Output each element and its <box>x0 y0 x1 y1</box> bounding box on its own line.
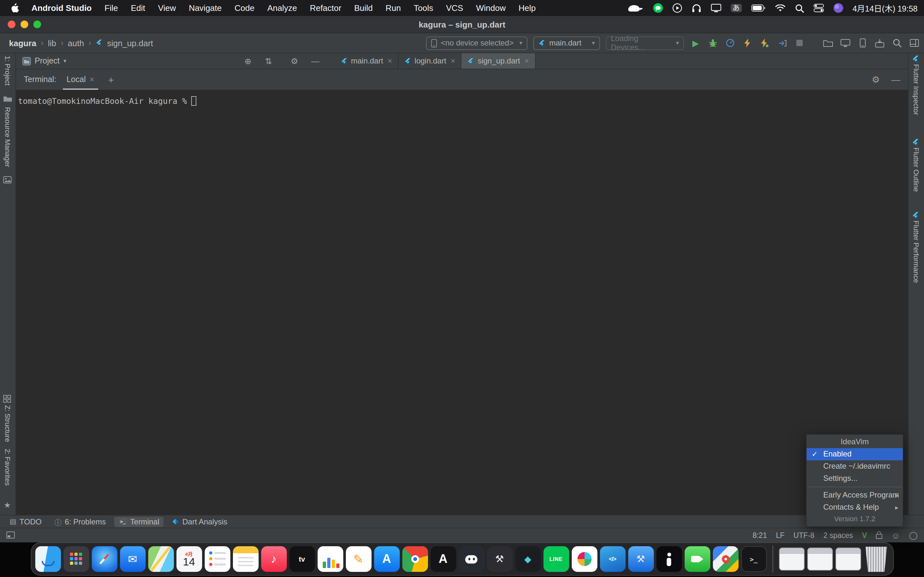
menu-build[interactable]: Build <box>348 3 379 13</box>
star-icon[interactable]: ★ <box>4 501 11 510</box>
display-icon[interactable] <box>711 4 721 12</box>
run-config-dropdown[interactable]: main.dart ▾ <box>533 36 600 50</box>
headphones-icon[interactable] <box>691 4 701 12</box>
menubar-clock[interactable]: 4月14日(木) 19:58 <box>853 2 918 14</box>
menu-item-settings[interactable]: Settings... <box>806 472 903 485</box>
dock-icon-reminders[interactable] <box>204 546 230 572</box>
menu-help[interactable]: Help <box>512 3 542 13</box>
sidebar-item-favorites[interactable]: 2: Favorites <box>4 449 11 486</box>
terminal-output[interactable]: tomato@TomokinoMacBook-Air kagura % <box>16 90 908 515</box>
line-status-icon[interactable] <box>653 3 662 13</box>
dock-icon-xcode[interactable]: ⚒ <box>628 546 654 572</box>
dock-icon-dark-a-app[interactable]: A <box>430 546 456 572</box>
line-separator[interactable]: LF <box>776 532 784 539</box>
user-avatar-icon[interactable] <box>833 3 843 13</box>
folder-icon[interactable] <box>3 95 12 103</box>
tab-main-dart[interactable]: main.dart × <box>335 53 399 69</box>
tab-terminal[interactable]: >_ Terminal <box>114 516 164 527</box>
apply-changes-button[interactable] <box>742 37 753 49</box>
dock-icon-line[interactable]: LINE <box>543 546 569 572</box>
sidebar-item-flutter-outline[interactable]: Flutter Outline <box>913 147 920 192</box>
sidebar-item-resource-manager[interactable]: Resource Manager <box>4 107 11 167</box>
dock-icon-pages[interactable]: ✎ <box>346 546 371 572</box>
structure-icon[interactable] <box>3 395 11 403</box>
layout-inspector-icon[interactable] <box>839 37 851 49</box>
play-circle-icon[interactable] <box>672 3 682 13</box>
sidebar-item-flutter-performance[interactable]: Flutter Performance <box>913 221 920 283</box>
menu-app-name[interactable]: Android Studio <box>25 3 98 13</box>
menu-item-early-access-program[interactable]: Early Access Program ▸ <box>806 489 903 501</box>
tab-problems[interactable]: ⓘ 6: Problems <box>50 516 110 527</box>
dock-icon-dev-tool[interactable]: ⚒ <box>487 546 512 572</box>
feedback-smiley-icon[interactable]: ☺ <box>892 530 900 540</box>
dock-icon-black-app[interactable] <box>656 546 682 572</box>
menu-window[interactable]: Window <box>470 3 512 13</box>
dock-icon-finder[interactable] <box>35 546 61 572</box>
notifications-icon[interactable]: ◯ <box>909 531 918 540</box>
sidebar-item-project[interactable]: 1: Project <box>4 56 11 85</box>
sort-filter-icon[interactable]: ⇅ <box>265 53 272 69</box>
input-source-icon[interactable]: あ <box>730 4 741 12</box>
search-everywhere-icon[interactable] <box>891 37 903 49</box>
dock-icon-window-1[interactable] <box>779 548 804 571</box>
hide-panel-icon[interactable]: — <box>311 53 320 69</box>
dock-icon-google-maps[interactable] <box>712 546 738 572</box>
dock-icon-terminal[interactable]: >_ <box>741 546 766 572</box>
breadcrumb-file[interactable]: sign_up.dart <box>107 38 153 48</box>
project-structure-icon[interactable] <box>822 37 834 49</box>
terminal-tab-local[interactable]: Local × <box>61 69 99 90</box>
sidebar-item-flutter-inspector[interactable]: Flutter Inspector <box>913 64 920 115</box>
indent-setting[interactable]: 2 spaces <box>823 532 853 539</box>
dock-icon-facetime[interactable] <box>684 546 710 572</box>
dock-icon-numbers[interactable] <box>317 546 343 572</box>
close-window-button[interactable] <box>8 21 15 28</box>
battery-icon[interactable] <box>751 5 765 11</box>
apple-menu-icon[interactable] <box>5 3 25 13</box>
dock-icon-slack[interactable] <box>572 546 597 572</box>
control-center-icon[interactable] <box>813 4 824 12</box>
breadcrumb-root[interactable]: kagura <box>9 38 36 48</box>
gear-icon[interactable]: ⚙ <box>872 74 880 85</box>
locate-file-icon[interactable]: ⊕ <box>244 53 252 69</box>
attach-debugger-button[interactable] <box>776 37 788 49</box>
menu-analyze[interactable]: Analyze <box>261 3 304 13</box>
dock-icon-launchpad[interactable] <box>63 546 89 572</box>
close-icon[interactable]: × <box>388 56 392 65</box>
dock-icon-maps[interactable] <box>148 546 174 572</box>
dock-icon-window-3[interactable] <box>835 548 861 571</box>
close-icon[interactable]: × <box>89 75 94 84</box>
menu-item-contacts-help[interactable]: Contacts & Help ▸ <box>806 501 903 514</box>
ideavim-widget[interactable]: V <box>862 531 867 540</box>
new-terminal-button[interactable]: + <box>108 74 114 85</box>
dock-icon-discord[interactable] <box>459 546 484 572</box>
menu-vcs[interactable]: VCS <box>439 3 469 13</box>
gear-icon[interactable]: ⚙ <box>291 53 298 69</box>
sdk-manager-icon[interactable] <box>874 37 885 49</box>
dock-icon-chrome[interactable] <box>402 546 428 572</box>
run-button[interactable]: ▶ <box>690 37 701 49</box>
dock-icon-window-2[interactable] <box>807 548 833 571</box>
lock-icon[interactable] <box>876 530 883 540</box>
dock-icon-app-store[interactable]: A <box>374 546 399 572</box>
menu-tools[interactable]: Tools <box>407 3 440 13</box>
spotlight-icon[interactable] <box>795 3 804 13</box>
dock-icon-safari[interactable] <box>91 546 117 572</box>
menu-view[interactable]: View <box>152 3 182 13</box>
hide-terminal-icon[interactable]: — <box>891 74 900 85</box>
image-icon[interactable] <box>3 176 11 183</box>
tab-todo[interactable]: ▤ TODO <box>5 516 46 527</box>
device-selector-dropdown[interactable]: <no device selected> ▾ <box>426 36 527 50</box>
breadcrumb-auth[interactable]: auth <box>68 38 84 48</box>
dock-icon-tv[interactable]: tv <box>289 546 315 572</box>
tool-window-switcher-icon[interactable] <box>6 531 15 540</box>
apply-code-changes-button[interactable] <box>759 37 771 49</box>
tab-dart-analysis[interactable]: Dart Analysis <box>168 516 232 527</box>
tab-login-dart[interactable]: login.dart × <box>399 53 462 69</box>
breadcrumb-lib[interactable]: lib <box>48 38 56 48</box>
file-encoding[interactable]: UTF-8 <box>793 532 814 539</box>
zoom-window-button[interactable] <box>33 21 41 28</box>
profile-button[interactable] <box>724 37 736 49</box>
menu-file[interactable]: File <box>98 3 124 13</box>
dock-icon-notes[interactable] <box>233 546 258 572</box>
ide-layout-icon[interactable] <box>909 37 920 49</box>
